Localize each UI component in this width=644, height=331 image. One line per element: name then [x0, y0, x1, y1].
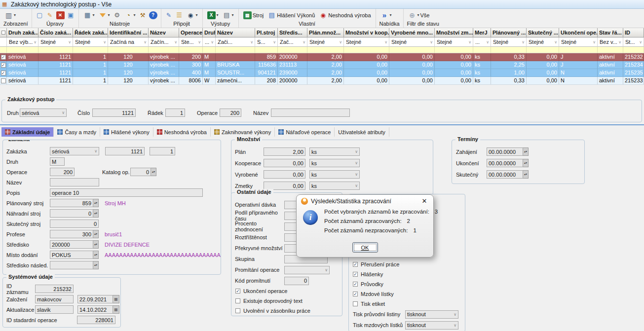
new-row-cell[interactable] — [179, 47, 203, 53]
cell[interactable]: 0,00 — [435, 77, 473, 84]
cell[interactable]: 859 — [255, 53, 278, 61]
spinner-button[interactable]: ▴▾ — [93, 230, 99, 238]
cell[interactable]: 300 — [179, 61, 203, 69]
spinner-button[interactable]: ▴▾ — [93, 261, 99, 269]
row-select-cell[interactable]: ✓ — [0, 61, 7, 69]
column-filter-select[interactable]: Stejné∨ — [527, 37, 559, 47]
cell[interactable]: 0,00 — [435, 53, 473, 61]
pruvodky-checkbox[interactable]: ✓ — [353, 282, 358, 287]
cell[interactable]: 215233 — [623, 77, 644, 84]
tab-zakladni-udaje[interactable]: Základní údaje — [1, 127, 54, 137]
cell[interactable]: 0,33 — [491, 53, 527, 61]
postup-radek-input[interactable]: 1 — [165, 109, 185, 117]
cell[interactable]: 215235 — [623, 69, 644, 76]
row-checkbox[interactable]: ✓ — [1, 55, 6, 60]
web-attach-button[interactable]: ◉ ▾ — [186, 11, 199, 19]
misto-dodani-input[interactable]: POKUS — [50, 251, 93, 259]
cell[interactable]: 0,00 — [344, 53, 389, 61]
new-row-cell[interactable] — [0, 47, 7, 53]
cell[interactable]: 1 — [73, 53, 108, 61]
neshodna-vyroba-button[interactable]: ◉ Neshodná výroba — [318, 11, 372, 19]
column-filter-select[interactable]: Začíná na∨ — [108, 37, 149, 47]
stroj-button[interactable]: ▤ Stroj — [242, 11, 265, 19]
cell[interactable]: 1121 — [38, 61, 73, 69]
cell[interactable]: 0,00 — [389, 69, 435, 76]
column-filter-select[interactable]: Zač...∨ — [278, 37, 307, 47]
cell[interactable]: 2,00 — [307, 69, 344, 76]
cell[interactable]: 0,00 — [527, 69, 559, 76]
excel-export-button[interactable]: X ▾ — [206, 11, 220, 19]
cell[interactable]: 400 — [179, 69, 203, 76]
tab-neshodna-vyroba[interactable]: Neshodná výroba — [153, 127, 211, 137]
new-row-cell[interactable] — [278, 47, 307, 53]
list-icon[interactable]: ☰ — [175, 11, 184, 19]
column-header[interactable]: Název — [216, 28, 255, 37]
operace-input[interactable]: 200 — [50, 168, 75, 176]
cell[interactable]: ks — [473, 77, 491, 84]
cell[interactable]: 120 — [108, 69, 149, 76]
cell[interactable]: J — [559, 53, 598, 61]
toolbox-icon[interactable]: ⚒ — [139, 11, 147, 19]
close-icon[interactable]: ✕ — [420, 197, 429, 205]
nazev-input[interactable] — [50, 178, 99, 186]
nahradni-stroj-input[interactable]: 0 — [50, 209, 93, 218]
column-filter-select[interactable]: Stejné∨ — [73, 37, 108, 47]
column-filter-select[interactable]: Bez v...∨ — [598, 37, 623, 47]
column-header[interactable]: Množství zm... — [435, 28, 473, 37]
new-row-cell[interactable] — [149, 47, 179, 53]
spinner-button[interactable]: ▴▾ — [93, 199, 99, 207]
settings-icon[interactable]: ⚙ — [113, 11, 121, 19]
planovany-stroj-input[interactable]: 859 — [50, 199, 93, 207]
cell[interactable]: J — [559, 61, 598, 69]
cell[interactable]: 2,00 — [307, 61, 344, 69]
column-filter-select[interactable]: St...∨ — [623, 37, 644, 47]
cell[interactable]: výrobek ... — [149, 61, 179, 69]
new-row-cell[interactable] — [598, 47, 623, 53]
new-record-icon[interactable]: ▢ — [36, 11, 44, 19]
edit-record-icon[interactable]: ✎ — [46, 11, 54, 19]
column-filter-select[interactable]: Stejné∨ — [344, 37, 389, 47]
column-header[interactable]: Středis... — [278, 28, 307, 37]
cell[interactable]: ks — [473, 53, 491, 61]
cell[interactable]: 200000 — [278, 77, 307, 84]
popis-input[interactable]: operace 10 — [50, 188, 203, 197]
history-button[interactable]: ◔ ▾ — [123, 11, 137, 19]
cell[interactable]: 215232 — [623, 53, 644, 61]
postup-nazev-input[interactable] — [271, 109, 350, 117]
skutecny-date-input[interactable]: 00.00.0000 — [487, 170, 523, 179]
spinner-button[interactable]: ▴▾ — [523, 159, 529, 167]
cell[interactable]: 0,00 — [435, 69, 473, 76]
new-row-cell[interactable] — [73, 47, 108, 53]
stredisko-nasled-input[interactable] — [50, 261, 93, 269]
spinner-button[interactable]: ▴▾ — [93, 240, 99, 249]
cell[interactable]: 2,00 — [307, 53, 344, 61]
cell[interactable]: výrobek ... — [149, 77, 179, 84]
cell[interactable]: sériová — [7, 69, 38, 76]
cell[interactable]: aktivní — [598, 53, 623, 61]
column-filter-select[interactable]: ...∨ — [203, 37, 216, 47]
zahajeni-date-input[interactable]: 00.00.0000 — [487, 147, 523, 156]
cell[interactable]: 1 — [73, 61, 108, 69]
row-select-cell[interactable] — [0, 77, 7, 84]
zakazka-line-input[interactable]: 1 — [150, 147, 175, 155]
profese-input[interactable]: 300 — [50, 230, 93, 238]
filter-button[interactable]: ▾ — [98, 11, 111, 19]
print-button[interactable]: ▤ ▾ — [222, 11, 235, 19]
cell[interactable]: 239000 — [278, 69, 307, 76]
katalog-op-input[interactable]: 0 — [130, 168, 151, 176]
cell[interactable]: sériová — [7, 53, 38, 61]
cell[interactable]: sériová — [7, 77, 38, 84]
vyrobene-unit-select[interactable]: ks∨ — [309, 170, 360, 179]
cell[interactable]: ks — [473, 69, 491, 76]
cell[interactable]: 0,00 — [527, 61, 559, 69]
column-filter-select[interactable]: Stejné∨ — [559, 37, 598, 47]
column-header[interactable]: MerJ — [473, 28, 491, 37]
grid-new-row[interactable] — [0, 47, 644, 53]
table-row[interactable]: ✓sériová11211120výrobek ...300MBRUSKA115… — [0, 61, 644, 69]
column-header[interactable]: Skutečný ... — [527, 28, 559, 37]
cell[interactable]: 0,00 — [344, 61, 389, 69]
column-header[interactable]: Plánovaný ... — [491, 28, 527, 37]
column-header[interactable]: Druh — [203, 28, 216, 37]
aktualizace-date-input[interactable]: 14.10.2022 — [77, 305, 113, 314]
new-row-cell[interactable] — [389, 47, 435, 53]
